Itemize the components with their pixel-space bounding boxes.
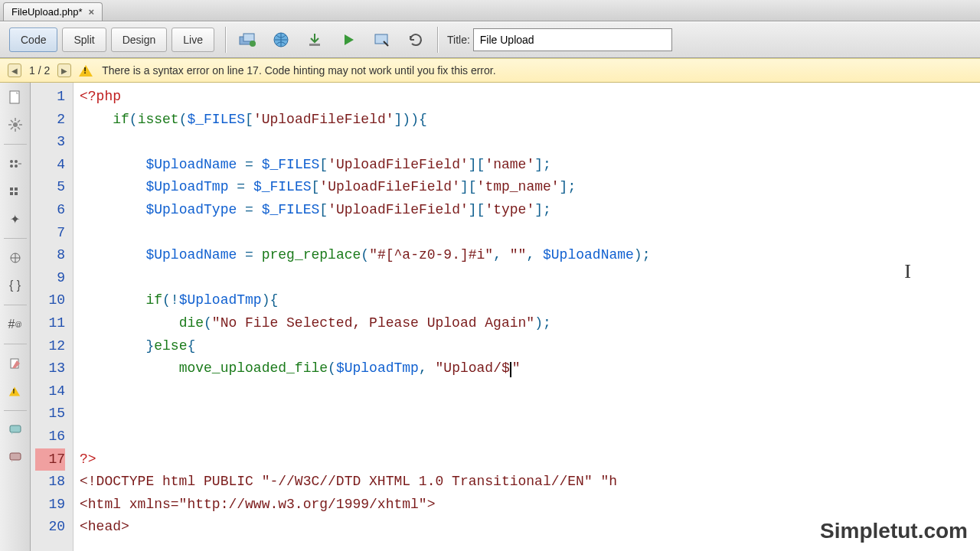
design-view-button[interactable]: Design — [111, 28, 168, 52]
dots1-icon[interactable] — [5, 154, 26, 174]
chat-icon[interactable] — [5, 420, 26, 440]
warning-icon — [79, 65, 93, 77]
globe-preview-icon[interactable] — [266, 28, 296, 52]
tab-bar: FileUpload.php* × — [0, 0, 980, 21]
next-error-button[interactable]: ▶ — [57, 64, 71, 77]
title-label: Title: — [447, 34, 470, 46]
line-number-gutter: 1234567891011121314151617181920 — [31, 83, 74, 551]
warn-tri-icon[interactable] — [5, 381, 26, 401]
svg-rect-4 — [309, 44, 320, 46]
star-icon[interactable]: ✦ — [5, 209, 26, 229]
code-content[interactable]: <?php if(isset($_FILES['UploadFileField'… — [74, 83, 980, 551]
file-manage-icon[interactable] — [232, 28, 263, 52]
code-editor[interactable]: 1234567891011121314151617181920 <?php if… — [31, 83, 980, 551]
svg-point-8 — [10, 160, 13, 163]
error-bar: ◀ 1 / 2 ▶ There is a syntax error on lin… — [0, 58, 980, 83]
document-title-input[interactable] — [473, 28, 672, 51]
toolbar-divider — [225, 27, 226, 53]
svg-point-7 — [13, 122, 18, 127]
dots2-icon[interactable] — [5, 181, 26, 201]
globe-icon[interactable] — [5, 248, 26, 268]
text-cursor-icon: I — [904, 260, 911, 283]
edit-icon[interactable] — [5, 354, 26, 373]
close-icon[interactable]: × — [89, 6, 95, 18]
toolbar-divider-2 — [437, 27, 438, 53]
error-counter: 1 / 2 — [29, 64, 50, 77]
svg-rect-15 — [15, 192, 18, 195]
watermark: Simpletut.com — [820, 519, 968, 543]
error-message: There is a syntax error on line 17. Code… — [102, 64, 495, 77]
svg-rect-12 — [10, 187, 13, 191]
view-mode-group: Code Split Design Live — [5, 28, 219, 52]
split-view-button[interactable]: Split — [62, 28, 106, 52]
refresh-icon[interactable] — [400, 28, 431, 52]
svg-point-9 — [15, 160, 18, 163]
doc-icon[interactable] — [5, 87, 26, 107]
svg-rect-1 — [243, 34, 254, 41]
gear-icon[interactable] — [5, 115, 26, 135]
svg-point-11 — [15, 165, 18, 168]
svg-rect-13 — [15, 187, 18, 191]
svg-rect-18 — [10, 425, 21, 432]
inspect-icon[interactable] — [367, 28, 397, 52]
svg-point-2 — [250, 41, 256, 47]
play-icon[interactable] — [333, 28, 364, 52]
svg-rect-19 — [10, 453, 21, 460]
code-sidebar: ✦ { } #@ — [0, 83, 31, 551]
main-toolbar: Code Split Design Live Title: — [0, 21, 980, 58]
svg-rect-14 — [10, 192, 13, 195]
svg-point-10 — [10, 165, 13, 168]
editor-area: ✦ { } #@ 1234567891011121314151617181920… — [0, 83, 980, 551]
hash-icon[interactable]: #@ — [5, 315, 26, 334]
prev-error-button[interactable]: ◀ — [8, 64, 21, 77]
file-tab[interactable]: FileUpload.php* × — [3, 2, 103, 21]
tag-icon[interactable] — [5, 448, 26, 468]
code-view-button[interactable]: Code — [9, 28, 57, 52]
tab-filename: FileUpload.php* — [11, 6, 83, 18]
braces-icon[interactable]: { } — [5, 276, 26, 295]
download-icon[interactable] — [299, 28, 330, 52]
live-view-button[interactable]: Live — [172, 28, 214, 52]
